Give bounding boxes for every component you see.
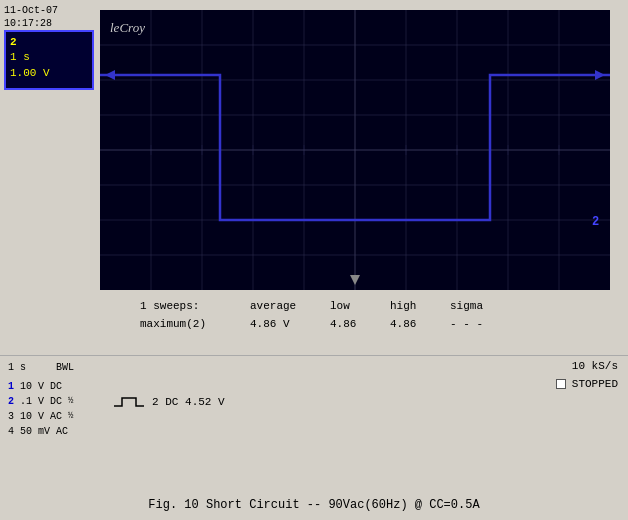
high-label: high [390,298,450,316]
ch4-unit: mV [38,424,50,439]
stats-row-label: maximum(2) [140,316,250,334]
trigger-dc-info: 2 DC 4.52 V [114,394,225,410]
channel-info-box: 2 1 s 1.00 V [4,30,94,90]
low-value: 4.86 [330,316,390,334]
ch3-coupling: AC [50,409,62,424]
stats-area: 1 sweeps: average low high sigma maximum… [100,298,610,333]
ch1-number: 1 [8,379,14,394]
ch4-number: 4 [8,424,14,439]
ch2-coupling: DC [50,394,62,409]
status-label: STOPPED [572,376,618,394]
stop-square-icon [556,379,566,389]
svg-text:2: 2 [592,215,599,229]
ch2-line: 2 .1 V DC ½ [8,394,74,409]
ch1-line: 1 10 V DC [8,379,74,394]
bwl-label: BWL [56,360,74,375]
figure-caption: Fig. 10 Short Circuit -- 90Vac(60Hz) @ C… [0,498,628,512]
right-bottom-info: 10 kS/s STOPPED [556,358,618,393]
stopped-row: STOPPED [556,376,618,394]
ch2-number: 2 [8,394,14,409]
datetime-display: 11-Oct-07 10:17:28 [4,4,58,30]
bottom-panel: 1 s BWL 1 10 V DC 2 .1 V DC ½ 3 10 V AC [0,355,628,465]
oscilloscope-screen: leCroy 2 [100,10,610,290]
sample-rate: 10 kS/s [556,358,618,376]
sigma-value: - - - [450,316,483,334]
ch4-coupling: AC [56,424,68,439]
average-value: 4.86 V [250,316,330,334]
ch1-coupling: DC [50,379,62,394]
voltage-value: 1.00 V [10,66,88,81]
timebase-display: 1 s [8,360,26,375]
channel-number: 2 [10,35,88,50]
sigma-label: sigma [450,298,483,316]
ch1-unit: V [38,379,44,394]
caption-text: Fig. 10 Short Circuit -- 90Vac(60Hz) @ C… [148,498,479,512]
ch3-unit: V [38,409,44,424]
date-label: 11-Oct-07 [4,4,58,17]
timebase-value: 1 s [10,50,88,65]
trigger-info: 2 DC 4.52 V [152,396,225,408]
ch3-line: 3 10 V AC ½ [8,409,74,424]
ch4-voltage: 50 [20,424,32,439]
ch2-bw: ½ [68,395,73,409]
ch3-number: 3 [8,409,14,424]
high-value: 4.86 [390,316,450,334]
ch3-voltage: 10 [20,409,32,424]
bottom-settings-row: 1 s BWL 1 10 V DC 2 .1 V DC ½ 3 10 V AC [8,360,620,439]
svg-text:leCroy: leCroy [110,20,145,35]
sweeps-label: 1 sweeps: [140,298,250,316]
low-label: low [330,298,390,316]
ch4-line: 4 50 mV AC [8,424,74,439]
ch3-bw: ½ [68,410,73,424]
ch2-voltage: .1 [20,394,32,409]
ch1-voltage: 10 [20,379,32,394]
channel-settings: 1 s BWL 1 10 V DC 2 .1 V DC ½ 3 10 V AC [8,360,74,439]
ch2-unit: V [38,394,44,409]
time-label: 10:17:28 [4,17,58,30]
trigger-symbol-icon [114,394,144,410]
average-label: average [250,298,330,316]
